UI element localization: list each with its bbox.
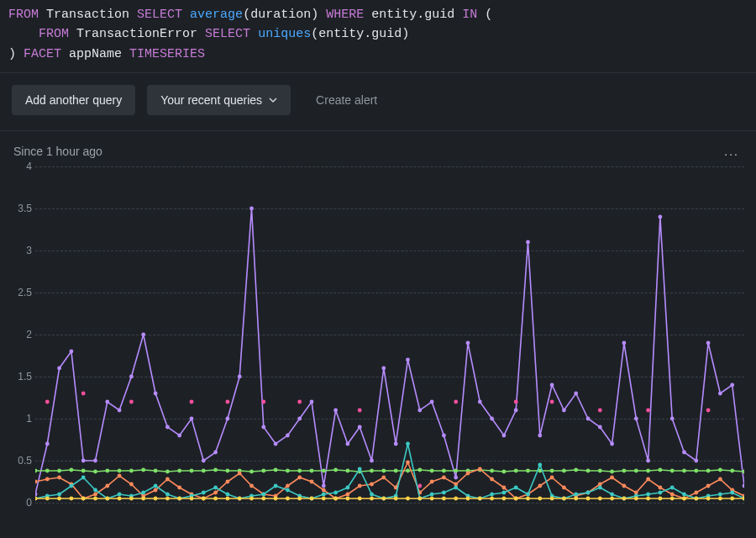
series-point-series-green <box>730 468 734 472</box>
series-point-series-purple <box>502 433 507 437</box>
series-point-series-yellow <box>659 496 663 500</box>
series-point-series-orange <box>466 471 470 475</box>
series-point-series-teal <box>286 488 290 492</box>
y-axis-tick-label: 4 <box>12 161 32 172</box>
series-point-series-pink <box>297 399 302 404</box>
series-point-series-green <box>154 468 158 472</box>
series-point-series-teal <box>81 475 86 479</box>
series-point-series-teal <box>502 490 507 494</box>
series-point-series-orange <box>442 475 446 479</box>
series-point-series-green <box>165 469 170 473</box>
series-point-series-green <box>141 467 145 472</box>
series-point-series-teal <box>598 485 602 489</box>
series-point-series-purple <box>70 349 74 353</box>
series-point-series-purple <box>706 340 711 345</box>
create-alert-button[interactable]: Create alert <box>302 85 391 115</box>
series-point-series-green <box>598 468 602 472</box>
series-point-series-green <box>346 468 350 472</box>
series-point-series-yellow <box>35 496 37 500</box>
series-point-series-purple <box>634 416 638 420</box>
plot-svg <box>35 166 744 503</box>
series-point-series-pink <box>261 399 265 404</box>
series-line-series-purple <box>35 208 744 494</box>
timeseries-chart[interactable]: 00.511.522.533.54 <box>12 166 744 503</box>
series-point-series-yellow <box>430 496 434 500</box>
series-point-series-pink <box>358 408 362 412</box>
series-point-series-yellow <box>538 496 542 500</box>
series-point-series-yellow <box>154 496 158 500</box>
series-point-series-orange <box>718 477 722 481</box>
series-point-series-orange <box>297 475 302 479</box>
series-point-series-purple <box>274 441 278 446</box>
series-point-series-pink <box>81 391 86 395</box>
chart-timerange-label: Since 1 hour ago <box>13 145 102 158</box>
series-point-series-yellow <box>45 496 50 500</box>
series-point-series-green <box>57 468 61 472</box>
series-point-series-orange <box>154 488 158 492</box>
series-point-series-purple <box>466 340 470 345</box>
series-point-series-purple <box>562 408 566 412</box>
series-point-series-yellow <box>478 496 482 500</box>
series-point-series-yellow <box>574 496 578 500</box>
series-point-series-purple <box>417 408 422 412</box>
series-point-series-green <box>550 468 554 472</box>
series-point-series-purple <box>646 458 650 462</box>
series-point-series-yellow <box>586 496 591 500</box>
series-point-series-yellow <box>333 496 338 500</box>
series-point-series-green <box>394 468 398 472</box>
series-point-series-purple <box>370 458 374 462</box>
series-point-series-orange <box>562 485 566 489</box>
series-point-series-green <box>514 468 518 472</box>
y-axis-tick-label: 2.5 <box>12 287 32 298</box>
series-point-series-orange <box>165 477 170 481</box>
series-point-series-green <box>574 467 578 472</box>
series-point-series-purple <box>57 366 61 370</box>
series-point-series-orange <box>538 483 542 488</box>
series-point-series-orange <box>129 482 134 486</box>
series-point-series-orange <box>213 490 218 494</box>
series-point-series-purple <box>105 399 109 404</box>
series-point-series-purple <box>550 382 554 387</box>
series-point-series-teal <box>226 492 230 496</box>
y-axis-tick-label: 0 <box>12 497 32 509</box>
series-point-series-purple <box>478 399 482 404</box>
series-point-series-purple <box>346 441 350 446</box>
series-point-series-orange <box>646 477 650 481</box>
series-point-series-purple <box>430 399 434 404</box>
series-point-series-purple <box>165 425 170 429</box>
series-point-series-orange <box>406 460 410 464</box>
series-point-series-yellow <box>297 496 302 500</box>
series-point-series-orange <box>286 483 290 488</box>
series-point-series-green <box>659 467 663 472</box>
series-point-series-yellow <box>442 496 446 500</box>
series-point-series-teal <box>118 492 122 496</box>
series-point-series-purple <box>718 391 722 395</box>
series-point-series-purple <box>381 366 386 370</box>
series-point-series-purple <box>333 408 338 412</box>
series-point-series-teal <box>718 492 722 496</box>
series-point-series-teal <box>454 485 458 489</box>
series-point-series-orange <box>249 483 254 488</box>
nrql-query-editor[interactable]: FROM Transaction SELECT average(duration… <box>0 0 756 72</box>
chevron-down-icon <box>269 96 277 104</box>
series-point-series-yellow <box>694 496 698 500</box>
y-axis-tick-label: 3 <box>12 245 32 256</box>
chart-menu-icon[interactable]: ... <box>721 141 743 161</box>
chart-panel: Since 1 hour ago ... 00.511.522.533.54 <box>0 141 756 511</box>
recent-queries-dropdown[interactable]: Your recent queries <box>147 85 291 115</box>
series-point-series-purple <box>659 214 663 219</box>
series-point-series-yellow <box>129 496 134 500</box>
series-point-series-teal <box>346 485 350 489</box>
series-point-series-green <box>381 468 386 472</box>
add-another-query-button[interactable]: Add another query <box>12 85 135 115</box>
y-axis-tick-label: 1.5 <box>12 371 32 382</box>
series-point-series-yellow <box>406 496 410 500</box>
series-point-series-pink <box>226 399 230 404</box>
series-point-series-green <box>190 468 194 472</box>
series-point-series-green <box>249 469 254 473</box>
series-point-series-yellow <box>346 496 350 500</box>
recent-queries-label: Your recent queries <box>160 93 262 107</box>
series-point-series-teal <box>274 483 278 488</box>
series-point-series-yellow <box>70 496 74 500</box>
series-point-series-purple <box>226 416 230 420</box>
